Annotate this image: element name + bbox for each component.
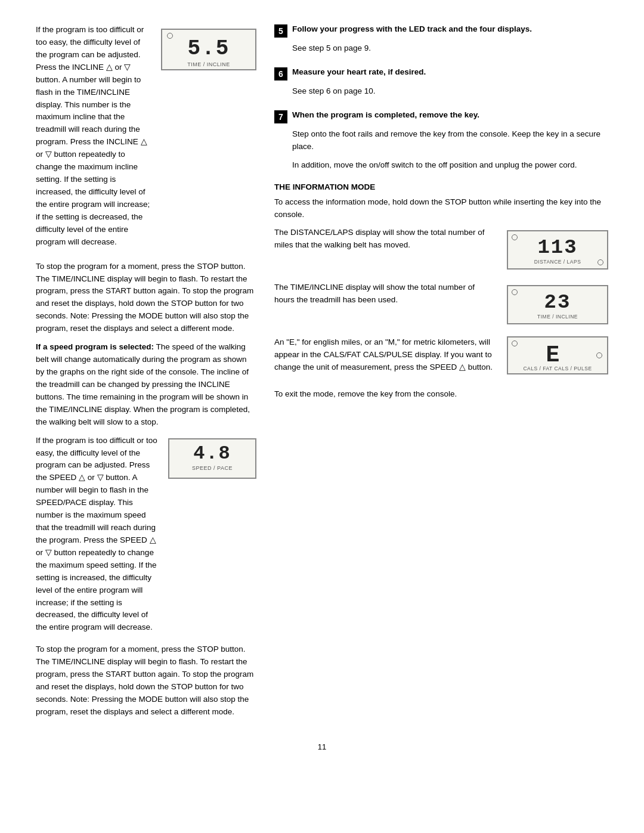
step7-number: 7 — [274, 110, 287, 123]
distance-row: The DISTANCE/LAPS display will show the … — [274, 227, 608, 273]
step5-heading: Follow your progress with the LED track … — [292, 24, 532, 35]
lcd-dot-top-left — [512, 234, 518, 240]
step6-heading: Measure your heart rate, if desired. — [292, 67, 426, 78]
lcd-distance: 113 DISTANCE / LAPS — [507, 230, 608, 270]
distance-para: The DISTANCE/LAPS display will show the … — [274, 227, 496, 252]
cals-para: An "E," for english miles, or an "M," fo… — [274, 336, 496, 374]
lcd-cals-value: E — [513, 344, 593, 367]
lcd-time-incline-value: 23 — [544, 292, 571, 312]
lcd-display-label: TIME / INCLINE — [168, 61, 249, 67]
step5-body: See step 5 on page 9. — [292, 42, 608, 55]
step6-header: 6 Measure your heart rate, if desired. — [274, 67, 608, 80]
step6-number: 6 — [274, 67, 287, 80]
para-incline: If the program is too difficult or too e… — [36, 24, 153, 249]
time-incline-text: The TIME/INCLINE display will show the t… — [274, 281, 496, 312]
distance-text: The DISTANCE/LAPS display will show the … — [274, 227, 496, 258]
lcd-distance-label: DISTANCE / LAPS — [513, 259, 602, 265]
para-speed-rest: The speed of the walking belt will chang… — [36, 342, 250, 426]
exit-text: To exit the mode, remove the key from th… — [274, 388, 608, 401]
para-stop-restart-2: To stop the program for a moment, press … — [36, 643, 256, 719]
time-incline-display-top: 5.5 TIME / INCLINE — [161, 24, 256, 75]
lcd-display-value: 5.5 — [168, 38, 249, 60]
lcd-speed-value: 4.8 — [175, 444, 249, 463]
lcd-dot-cals-right-top — [596, 352, 602, 358]
cals-row: An "E," for english miles, or an "M," fo… — [274, 336, 608, 380]
step6-text: See step 6 on page 10. — [292, 85, 608, 98]
time-incline-display: 23 TIME / INCLINE — [507, 281, 608, 328]
lcd-speed-pace: 4.8 SPEED / PACE — [168, 438, 256, 479]
para-speed-bold: If a speed program is selected: — [36, 342, 154, 351]
info-mode-intro: To access the information mode, hold dow… — [274, 196, 608, 221]
lcd-time-incline: 23 TIME / INCLINE — [507, 285, 608, 324]
lcd-speed-label: SPEED / PACE — [175, 465, 249, 471]
incline-text: If the program is too difficult or too e… — [36, 24, 153, 255]
cals-text: An "E," for english miles, or an "M," fo… — [274, 336, 496, 380]
cals-display: E CALS / FAT CALS / PULSE — [507, 336, 608, 374]
step5-header: 5 Follow your progress with the LED trac… — [274, 24, 608, 38]
time-incline-row: The TIME/INCLINE display will show the t… — [274, 281, 608, 328]
right-column: 5 Follow your progress with the LED trac… — [274, 24, 608, 724]
lcd-time-incline-top: 5.5 TIME / INCLINE — [161, 29, 256, 70]
lcd-time-incline-label: TIME / INCLINE — [513, 314, 602, 320]
step7-text1: Step onto the foot rails and remove the … — [292, 128, 608, 153]
step7-header: 7 When the program is completed, remove … — [274, 110, 608, 123]
step6-body: See step 6 on page 10. — [292, 85, 608, 98]
lcd-cals-indicators — [596, 352, 602, 358]
step7-heading: When the program is completed, remove th… — [292, 110, 479, 121]
step5-number: 5 — [274, 24, 287, 38]
info-mode-title: THE INFORMATION MODE — [274, 182, 608, 191]
lcd-indicator-circle — [167, 33, 173, 39]
speed-pace-display: 4.8 SPEED / PACE — [168, 435, 256, 479]
step5-text: See step 5 on page 9. — [292, 42, 608, 55]
lcd-cals: E CALS / FAT CALS / PULSE — [507, 336, 608, 374]
lcd-dot-top-left-2 — [512, 289, 518, 295]
lcd-distance-value: 113 — [537, 237, 577, 258]
para-speed-program: If a speed program is selected: The spee… — [36, 341, 256, 428]
time-incline-para: The TIME/INCLINE display will show the t… — [274, 281, 496, 306]
lcd-cals-label: CALS / FAT CALS / PULSE — [508, 366, 607, 371]
left-column: If the program is too difficult or too e… — [36, 24, 256, 724]
incline-section: If the program is too difficult or too e… — [36, 24, 256, 255]
step7-body: Step onto the foot rails and remove the … — [292, 128, 608, 172]
step7-text2: In addition, move the on/off switch to t… — [292, 159, 608, 172]
para-stop-restart: To stop the program for a moment, press … — [36, 261, 256, 336]
lcd-dot-bottom-right — [597, 259, 603, 265]
page-number: 11 — [36, 742, 608, 751]
para-speed-adjust: If the program is too difficult or too e… — [36, 435, 160, 634]
speed-text: If the program is too difficult or too e… — [36, 435, 160, 640]
distance-display: 113 DISTANCE / LAPS — [507, 227, 608, 273]
speed-section: If the program is too difficult or too e… — [36, 435, 256, 640]
